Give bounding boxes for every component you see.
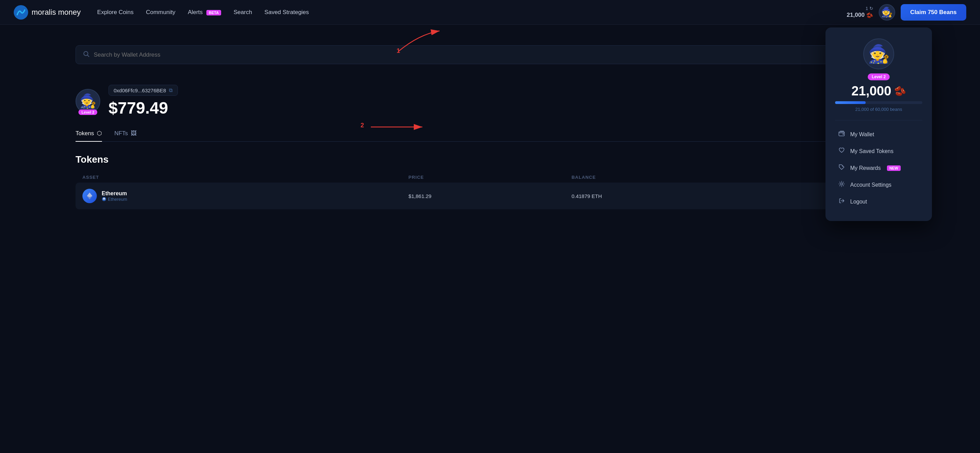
search-bar bbox=[76, 45, 904, 64]
tokens-icon: ⬡ bbox=[97, 130, 102, 137]
dropdown-item-saved-tokens[interactable]: My Saved Tokens bbox=[835, 143, 922, 160]
avatar-wizard-icon: 🧙 bbox=[881, 6, 893, 18]
copy-address-icon[interactable]: ⧉ bbox=[169, 87, 173, 93]
wallet-avatar-wizard: 🧙 bbox=[79, 93, 97, 109]
wallet-icon bbox=[838, 130, 845, 139]
token-name-group: Ethereum Ethereum bbox=[102, 191, 127, 202]
token-price: $1,861.29 bbox=[409, 193, 572, 199]
table-header: ASSET PRICE BALANCE bbox=[76, 172, 904, 183]
token-sub-label: Ethereum bbox=[102, 197, 127, 202]
dropdown-item-my-wallet[interactable]: My Wallet bbox=[835, 126, 922, 143]
wallet-value: $779.49 bbox=[108, 99, 178, 118]
dropdown-divider bbox=[835, 120, 922, 121]
heart-icon bbox=[838, 147, 845, 156]
wallet-search-input[interactable] bbox=[94, 51, 897, 58]
dropdown-avatar: 🧙 bbox=[863, 38, 894, 69]
navbar: moralis money Explore Coins Community Al… bbox=[0, 0, 980, 25]
nav-alerts[interactable]: Alerts BETA bbox=[188, 9, 221, 16]
moralis-logo-icon bbox=[14, 5, 28, 19]
beans-progress-text: 21,000 of 60,000 beans bbox=[855, 107, 902, 112]
user-dropdown-menu: 🧙 Level 2 21,000 🫘 21,000 of 60,000 bean… bbox=[826, 27, 932, 221]
svg-rect-8 bbox=[843, 134, 844, 135]
logout-icon bbox=[838, 197, 845, 206]
svg-point-1 bbox=[84, 51, 88, 56]
gear-icon bbox=[838, 181, 845, 189]
dropdown-avatar-section: 🧙 Level 2 21,000 🫘 21,000 of 60,000 bean… bbox=[835, 38, 922, 112]
beans-total-display: 21,000 🫘 bbox=[847, 12, 873, 19]
wallet-header: 🧙 Level 2 0xd06Ffc9...63276BE8 ⧉ $779.49 bbox=[76, 85, 904, 118]
beta-badge: BETA bbox=[206, 10, 221, 16]
bean-icon: 🫘 bbox=[866, 12, 873, 19]
tab-nfts[interactable]: NFTs 🖼 bbox=[115, 130, 137, 142]
user-avatar[interactable]: 🧙 bbox=[879, 4, 895, 21]
nav-saved-strategies[interactable]: Saved Strategies bbox=[264, 9, 309, 16]
svg-point-10 bbox=[841, 183, 843, 185]
token-asset: Ethereum Ethereum bbox=[83, 189, 409, 203]
beans-counter: 1 ↻ 21,000 🫘 bbox=[847, 6, 873, 19]
beans-progress-bar-bg bbox=[835, 101, 922, 104]
nav-links: Explore Coins Community Alerts BETA Sear… bbox=[97, 9, 847, 16]
table-row: Ethereum Ethereum $1,861.29 0.41879 ETH … bbox=[76, 183, 904, 209]
rewards-new-badge: NEW bbox=[887, 165, 901, 171]
nfts-icon: 🖼 bbox=[131, 130, 137, 137]
search-icon bbox=[83, 51, 90, 59]
tokens-section-title: Tokens bbox=[76, 154, 904, 165]
ethereum-icon bbox=[83, 189, 97, 203]
beans-notification-count: 1 bbox=[865, 6, 868, 11]
wallet-address: 0xd06Ffc9...63276BE8 ⧉ bbox=[108, 85, 178, 96]
dropdown-beans-count: 21,000 🫘 bbox=[851, 84, 906, 99]
dropdown-bean-icon: 🫘 bbox=[894, 86, 906, 97]
logo-area: moralis money bbox=[14, 5, 81, 19]
wallet-tabs: Tokens ⬡ NFTs 🖼 bbox=[76, 130, 904, 142]
nav-search[interactable]: Search bbox=[234, 9, 252, 16]
dropdown-item-settings[interactable]: Account Settings bbox=[835, 176, 922, 193]
wallet-level-badge: Level 2 bbox=[78, 110, 97, 115]
nav-explore-coins[interactable]: Explore Coins bbox=[97, 9, 134, 16]
tab-tokens[interactable]: Tokens ⬡ bbox=[76, 130, 102, 142]
dropdown-item-logout[interactable]: Logout bbox=[835, 193, 922, 210]
claim-beans-button[interactable]: Claim 750 Beans bbox=[901, 4, 966, 21]
token-balance: 0.41879 ETH bbox=[571, 193, 735, 199]
wallet-info: 0xd06Ffc9...63276BE8 ⧉ $779.49 bbox=[108, 85, 178, 118]
dropdown-item-rewards[interactable]: My Rewards NEW bbox=[835, 160, 922, 176]
svg-line-2 bbox=[88, 55, 89, 57]
beans-top-row: 1 ↻ bbox=[865, 6, 873, 11]
tag-icon bbox=[838, 164, 845, 172]
dropdown-wizard-icon: 🧙 bbox=[868, 44, 890, 65]
beans-progress-bar-fill bbox=[835, 101, 865, 104]
refresh-icon: ↻ bbox=[869, 6, 873, 11]
nav-community[interactable]: Community bbox=[146, 9, 175, 16]
wallet-avatar: 🧙 Level 2 bbox=[76, 89, 100, 114]
logo-text: moralis money bbox=[32, 8, 81, 17]
dropdown-level-badge: Level 2 bbox=[868, 73, 890, 80]
nav-right: 1 ↻ 21,000 🫘 🧙 Claim 750 Beans bbox=[847, 4, 966, 21]
